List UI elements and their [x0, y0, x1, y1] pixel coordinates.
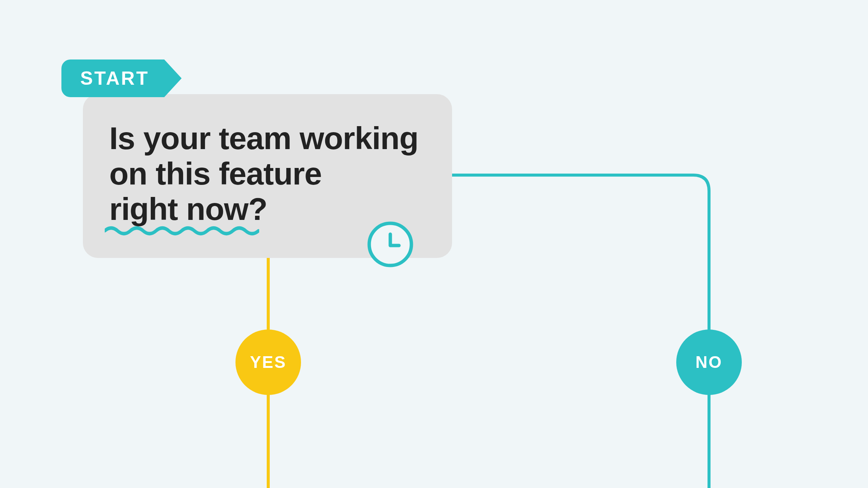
no-label: NO — [695, 353, 723, 372]
question-line-2: on this feature — [109, 156, 322, 191]
question-line-1: Is your team working — [109, 120, 418, 156]
yes-label: YES — [250, 353, 286, 372]
decision-node-no: NO — [676, 329, 742, 395]
question-text: Is your team working on this feature rig… — [109, 120, 422, 227]
question-line-3: right now? — [109, 191, 267, 227]
decision-node-yes: YES — [235, 329, 301, 395]
wavy-underline-icon — [105, 225, 259, 236]
start-label: START — [80, 67, 149, 89]
clock-icon — [367, 221, 414, 268]
start-tag: START — [61, 59, 164, 97]
flowchart-stage: Is your team working on this feature rig… — [0, 0, 868, 488]
